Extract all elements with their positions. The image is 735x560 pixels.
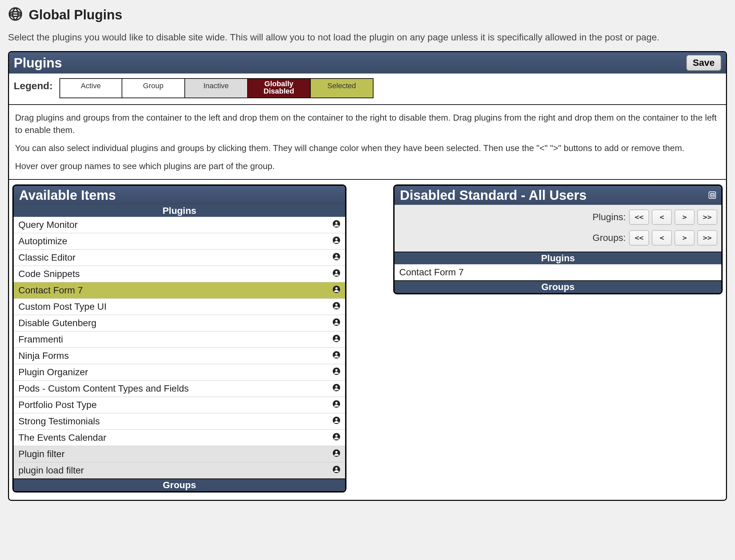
groups-all-right-button[interactable]: >> [697,230,717,246]
instructions-p3: Hover over group names to see which plug… [15,160,720,172]
user-icon [332,449,340,459]
instructions: Drag plugins and groups from the contain… [9,105,726,180]
groups-left-button[interactable]: < [652,230,672,246]
plugin-item[interactable]: Plugin Organizer [14,364,345,381]
plugin-item-label: Strong Testimonials [18,416,100,427]
user-icon [332,351,340,361]
user-icon [332,465,340,476]
plugins-row-label: Plugins: [592,212,626,223]
legend-globally-disabled-l2: Disabled [248,88,310,95]
page-title: Global Plugins [29,7,122,22]
globe-icon [8,7,23,23]
plugins-left-button[interactable]: < [652,209,672,225]
plugin-item-label: The Events Calendar [18,432,106,443]
available-title: Available Items [19,188,116,203]
plugins-right-button[interactable]: > [675,209,695,225]
plugin-item[interactable]: The Events Calendar [14,430,345,446]
plugin-item-label: Ninja Forms [18,351,69,361]
plugin-item[interactable]: Disable Gutenberg [14,315,345,331]
plugin-item-label: Custom Post Type UI [18,301,107,312]
plugin-item-label: Contact Form 7 [18,285,83,296]
plugin-item-label: Classic Editor [18,252,76,263]
main-panel: Plugins Save Legend: Active Group Inacti… [8,51,727,501]
plugins-all-left-button[interactable]: << [629,209,649,225]
plugin-item[interactable]: Contact Form 7 [14,282,345,299]
legend-globally-disabled-l1: Globally [248,80,310,88]
available-plugin-list: Query MonitorAutoptimizeClassic EditorCo… [14,217,345,478]
groups-row-label: Groups: [592,233,626,243]
plugin-item[interactable]: Classic Editor [14,250,345,266]
plugin-item-label: Portfolio Post Type [18,400,97,410]
save-button[interactable]: Save [686,55,721,71]
plugin-item[interactable]: Code Snippets [14,266,345,282]
plugin-item[interactable]: Autoptimize [14,233,345,250]
plugin-item[interactable]: Strong Testimonials [14,413,345,430]
page-header: Global Plugins [8,7,727,23]
plugin-item-label: Plugin filter [18,449,65,459]
legend-active: Active [59,78,122,98]
legend-globally-disabled: Globally Disabled [248,78,311,98]
plugin-item-label: Code Snippets [18,269,80,279]
plugin-item[interactable]: Ninja Forms [14,348,345,364]
instructions-p2: You can also select individual plugins a… [15,142,720,154]
legend-group: Group [122,78,185,98]
available-groups-header: Groups [14,478,345,491]
user-icon [332,236,340,247]
plugin-item-label: Query Monitor [18,220,78,230]
collapse-icon[interactable]: ⊟ [709,191,716,199]
groups-all-left-button[interactable]: << [629,230,649,246]
plugin-item-label: plugin load filter [18,465,84,476]
user-icon [332,432,340,443]
transfer-controls: Plugins: << < > >> Groups: << < > >> [395,205,721,252]
plugin-item-label: Disable Gutenberg [18,318,96,328]
legend-label: Legend: [14,78,53,92]
intro-text: Select the plugins you would like to dis… [8,31,727,44]
plugin-item-label: Plugin Organizer [18,367,88,378]
plugin-item[interactable]: Frammenti [14,331,345,348]
plugin-item-label: Autoptimize [18,236,67,247]
user-icon [332,367,340,378]
available-items-box: Available Items Plugins Query MonitorAut… [12,184,346,493]
disabled-plugins-header: Plugins [395,252,721,264]
user-icon [332,301,340,312]
user-icon [332,269,340,279]
legend-selected: Selected [311,78,374,98]
disabled-title: Disabled Standard - All Users [400,188,587,203]
panel-title: Plugins [14,55,62,71]
disabled-plugin-list: Contact Form 7 [395,264,721,280]
plugin-item-label: Frammenti [18,334,63,345]
disabled-groups-header: Groups [395,280,721,293]
user-icon [332,285,340,296]
disabled-box: Disabled Standard - All Users ⊟ Plugins:… [393,184,723,294]
user-icon [332,383,340,394]
user-icon [332,252,340,263]
legend-bar: Legend: Active Group Inactive Globally D… [9,74,726,105]
user-icon [332,318,340,328]
plugin-item[interactable]: plugin load filter [14,462,345,478]
plugin-item[interactable]: Portfolio Post Type [14,397,345,413]
user-icon [332,416,340,427]
user-icon [332,400,340,410]
plugin-item-label: Pods - Custom Content Types and Fields [18,383,189,394]
plugin-item[interactable]: Plugin filter [14,446,345,462]
disabled-plugin-item[interactable]: Contact Form 7 [395,264,721,280]
groups-right-button[interactable]: > [675,230,695,246]
plugin-item[interactable]: Query Monitor [14,217,345,233]
instructions-p1: Drag plugins and groups from the contain… [15,112,720,136]
plugins-all-right-button[interactable]: >> [697,209,717,225]
user-icon [332,220,340,230]
plugin-item[interactable]: Custom Post Type UI [14,299,345,315]
plugin-item[interactable]: Pods - Custom Content Types and Fields [14,381,345,397]
user-icon [332,334,340,345]
panel-titlebar: Plugins Save [9,52,726,74]
available-plugins-header: Plugins [14,205,345,217]
legend-inactive: Inactive [185,78,248,98]
